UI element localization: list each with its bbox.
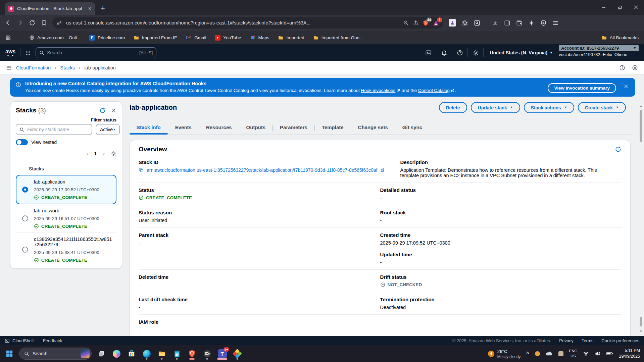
sidebar-toggle-icon[interactable] bbox=[504, 20, 510, 26]
back-icon[interactable] bbox=[5, 19, 11, 26]
downloads-icon[interactable] bbox=[492, 20, 498, 26]
maximize-button[interactable] bbox=[612, 0, 628, 15]
view-invocation-summary-button[interactable]: View invocation summary bbox=[548, 83, 616, 93]
account-menu[interactable]: Account ID: 8517-2563-2279 ▼ voclabs/use… bbox=[559, 44, 639, 61]
stack-name[interactable]: lab-network bbox=[34, 208, 112, 213]
tray-app-icon[interactable] bbox=[558, 351, 563, 356]
extensions-puzzle-icon[interactable] bbox=[462, 20, 468, 26]
tab-parameters[interactable]: Parameters bbox=[273, 121, 314, 134]
reload-icon[interactable] bbox=[29, 19, 36, 26]
notepad-icon[interactable] bbox=[171, 348, 182, 360]
apps-grid-icon[interactable] bbox=[5, 35, 11, 41]
stack-id-link[interactable]: arn:aws:cloudformation:us-east-1:8517256… bbox=[139, 167, 385, 173]
scroll-up-icon[interactable]: ▲ bbox=[639, 104, 643, 108]
aws-logo[interactable]: aws bbox=[5, 49, 15, 57]
diamond-grid-app-icon[interactable] bbox=[232, 348, 243, 360]
page-next-icon[interactable]: › bbox=[103, 151, 105, 157]
hook-invocations-link[interactable]: Hook invocations bbox=[361, 88, 396, 93]
tab-stack-info[interactable]: Stack info bbox=[130, 121, 168, 134]
microsoft-store-icon[interactable] bbox=[126, 348, 137, 360]
view-nested-toggle[interactable] bbox=[16, 139, 28, 145]
minimize-button[interactable] bbox=[596, 0, 612, 15]
refresh-overview-icon[interactable] bbox=[615, 146, 622, 153]
stack-list-item[interactable]: lab-application 2025-09-29 17:09:52 UTC+… bbox=[16, 175, 116, 204]
copilot-icon[interactable] bbox=[111, 348, 122, 360]
all-bookmarks-button[interactable]: All Bookmarks bbox=[601, 35, 639, 41]
stack-filter-field[interactable] bbox=[16, 124, 92, 135]
bookmark-priceline[interactable]: P Priceline.com bbox=[89, 35, 125, 41]
tab-resources[interactable]: Resources bbox=[199, 121, 239, 134]
radio-icon[interactable] bbox=[22, 247, 28, 253]
tab-template[interactable]: Template bbox=[315, 121, 351, 134]
scrollbar-thumb[interactable] bbox=[640, 110, 642, 142]
bookmark-imported[interactable]: Imported bbox=[278, 35, 304, 41]
bookmark-maps[interactable]: Maps bbox=[250, 35, 269, 41]
cloudshell-icon[interactable] bbox=[420, 50, 436, 56]
tab-outputs[interactable]: Outputs bbox=[239, 121, 273, 134]
stack-list-item[interactable]: lab-network 2025-09-29 16:51:07 UTC+0300… bbox=[16, 204, 116, 233]
refresh-stacks-icon[interactable] bbox=[99, 107, 106, 114]
control-catalog-link[interactable]: Control Catalog bbox=[418, 88, 450, 93]
copy-icon[interactable] bbox=[139, 167, 144, 173]
forward-icon[interactable] bbox=[17, 19, 23, 26]
edge-icon[interactable] bbox=[141, 348, 152, 360]
site-settings-icon[interactable] bbox=[56, 20, 62, 26]
banner-close-icon[interactable] bbox=[624, 84, 629, 89]
close-panel-icon[interactable] bbox=[111, 108, 116, 113]
privacy-link[interactable]: Privacy bbox=[559, 338, 574, 343]
brave-rewards-icon[interactable]: 1 bbox=[433, 20, 439, 26]
services-grid-icon[interactable] bbox=[25, 50, 31, 56]
help-icon[interactable] bbox=[452, 50, 467, 56]
close-window-button[interactable] bbox=[628, 0, 644, 15]
weather-widget[interactable]: 4 26°C Mostly cloudy bbox=[488, 349, 521, 359]
bookmark-icon[interactable] bbox=[41, 20, 47, 26]
address-bar[interactable]: us-east-1.console.aws.amazon.com/cloudfo… bbox=[52, 17, 443, 29]
tab-close-icon[interactable]: × bbox=[88, 6, 92, 12]
gimp-icon[interactable] bbox=[202, 348, 212, 360]
stack-filter-input[interactable] bbox=[27, 127, 88, 132]
create-stack-button[interactable]: Create stack▼ bbox=[578, 102, 626, 113]
start-button[interactable] bbox=[4, 348, 15, 360]
delete-button[interactable]: Delete bbox=[439, 102, 467, 113]
bookmark-amazon[interactable]: Amazon.com – Onli... bbox=[29, 35, 81, 41]
cloudshell-footer-button[interactable]: CloudShell bbox=[5, 338, 34, 343]
wallet-icon[interactable] bbox=[516, 20, 523, 26]
scroll-down-icon[interactable]: ▼ bbox=[639, 329, 643, 333]
search-highlight-image[interactable] bbox=[81, 349, 90, 358]
teams-icon[interactable]: T 9+ bbox=[217, 348, 228, 360]
filter-status-select[interactable]: Active ▼ bbox=[96, 124, 120, 135]
list-settings-gear-icon[interactable] bbox=[111, 151, 116, 157]
cookie-preferences-link[interactable]: Cookie preferences bbox=[601, 338, 639, 343]
new-tab-button[interactable]: + bbox=[101, 4, 105, 13]
battery-icon[interactable] bbox=[606, 352, 613, 356]
aws-search-box[interactable]: [Alt+S] bbox=[36, 47, 156, 58]
stack-name[interactable]: lab-application bbox=[34, 179, 112, 185]
page-number[interactable]: 1 bbox=[94, 151, 97, 156]
share-icon[interactable] bbox=[413, 20, 418, 26]
volume-icon[interactable] bbox=[595, 351, 601, 356]
notifications-bell-icon[interactable] bbox=[436, 50, 452, 56]
tab-change-sets[interactable]: Change sets bbox=[351, 121, 395, 134]
search-panel-icon[interactable] bbox=[474, 20, 480, 26]
radio-icon[interactable] bbox=[22, 215, 28, 221]
tab-events[interactable]: Events bbox=[168, 121, 199, 134]
language-switcher[interactable]: ENG US bbox=[569, 349, 578, 359]
tab-git-sync[interactable]: Git sync bbox=[395, 121, 429, 134]
feedback-footer-button[interactable]: Feedback bbox=[43, 338, 62, 343]
settings-gear-icon[interactable] bbox=[468, 50, 483, 56]
leo-ai-sparkle-icon[interactable] bbox=[528, 20, 535, 26]
bookmark-imported-ie[interactable]: Imported From IE bbox=[134, 35, 177, 41]
update-stack-button[interactable]: Update stack▼ bbox=[471, 102, 520, 113]
bookmark-imported-google[interactable]: Imported from Goo... bbox=[313, 35, 363, 41]
breadcrumb-cloudformation[interactable]: CloudFormation bbox=[16, 65, 51, 70]
menu-icon[interactable] bbox=[552, 20, 559, 26]
page-prev-icon[interactable]: ‹ bbox=[86, 151, 88, 157]
brave-shield-icon[interactable]: 44 bbox=[423, 20, 429, 26]
bookmark-gmail[interactable]: Gmail bbox=[186, 35, 206, 41]
url-text[interactable]: us-east-1.console.aws.amazon.com/cloudfo… bbox=[66, 20, 399, 25]
page-scrollbar[interactable]: ▲ ▼ bbox=[639, 104, 643, 334]
tools-panel-icon[interactable] bbox=[632, 65, 638, 71]
stack-name[interactable]: c138693a3541211l11863550t1w851725632279 bbox=[34, 237, 112, 247]
tray-overflow-chevron-icon[interactable]: ^ bbox=[526, 351, 529, 356]
zoom-page-icon[interactable] bbox=[403, 20, 409, 26]
